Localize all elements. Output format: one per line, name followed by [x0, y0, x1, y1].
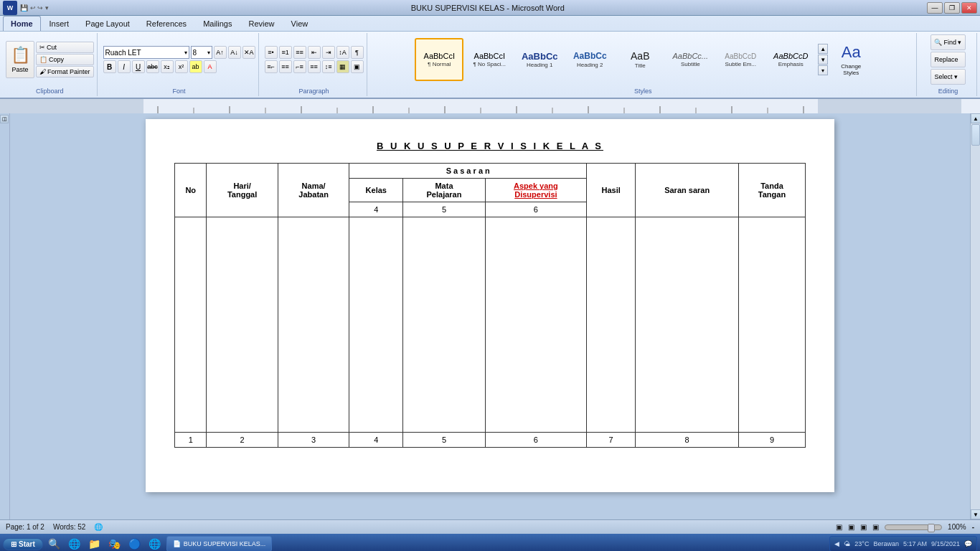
tray-show-hidden[interactable]: ◀: [834, 540, 839, 547]
tab-home[interactable]: Home: [3, 16, 41, 31]
style-heading2[interactable]: AaBbCc Heading 2: [565, 38, 614, 81]
clear-format-button[interactable]: ✕A: [242, 46, 255, 59]
style-subtle-em[interactable]: AaBbCcD Subtle Em...: [716, 38, 765, 81]
style-heading1[interactable]: AaBbCc Heading 1: [515, 38, 564, 81]
bold-button[interactable]: B: [103, 60, 116, 73]
ribbon: Home Insert Page Layout References Maili…: [0, 16, 980, 99]
num-col-3: 3: [278, 433, 349, 448]
highlight-button[interactable]: ab: [189, 60, 202, 73]
taskbar-app1[interactable]: 🔵: [126, 535, 143, 551]
paste-button[interactable]: 📋 Paste: [6, 41, 34, 78]
bullets-button[interactable]: ≡•: [265, 46, 278, 59]
num-col-5: 5: [403, 433, 486, 448]
taskbar: ⊞ Start 🔍 🌐 📁 🎭 🔵 🌐 📄 BUKU SUPERVISI KEL…: [0, 534, 980, 551]
scroll-down-button[interactable]: ▼: [971, 509, 980, 519]
decrease-indent-button[interactable]: ⇤: [308, 46, 321, 59]
format-painter-button[interactable]: 🖌Format Painter: [36, 66, 94, 77]
zoom-out-button[interactable]: -: [972, 523, 974, 531]
taskbar-media[interactable]: 🎭: [106, 535, 123, 551]
tab-review[interactable]: Review: [240, 16, 282, 31]
format-painter-label: Format Painter: [47, 68, 90, 75]
scroll-up-button[interactable]: ▲: [971, 113, 980, 123]
view-web-icon[interactable]: ▣: [848, 523, 854, 531]
restore-button[interactable]: ❐: [944, 2, 960, 14]
taskbar-ie[interactable]: 🌐: [66, 535, 83, 551]
sort-button[interactable]: ↕A: [336, 46, 349, 59]
window-controls[interactable]: — ❐ ✕: [927, 2, 977, 14]
styles-group: AaBbCcI ¶ Normal AaBbCcI ¶ No Spaci... A…: [370, 33, 917, 96]
scroll-track[interactable]: [971, 123, 980, 509]
tray-weather-text: Berawan: [873, 540, 899, 547]
change-styles-icon: Aa: [842, 43, 861, 62]
cut-button[interactable]: ✂Cut: [36, 42, 94, 53]
right-scrollbar[interactable]: ▲ ▼: [970, 113, 980, 519]
font-size-combo[interactable]: 8 ▾: [191, 46, 212, 59]
cut-label: Cut: [47, 44, 57, 51]
scroll-area: ◫ B U K U S U P E R V I S I K E L A S No…: [0, 113, 980, 519]
tab-insert[interactable]: Insert: [42, 16, 77, 31]
taskbar-search[interactable]: 🔍: [46, 535, 63, 551]
style-title[interactable]: AaB Title: [616, 38, 664, 81]
change-styles-button[interactable]: Aa Change Styles: [831, 38, 871, 81]
line-spacing-button[interactable]: ↕≡: [322, 60, 335, 73]
view-outline-icon[interactable]: ▣: [872, 523, 879, 531]
view-reading-icon[interactable]: ▣: [860, 523, 867, 531]
select-button[interactable]: Select ▾: [930, 69, 965, 85]
styles-more[interactable]: ▾: [818, 65, 828, 75]
shading-button[interactable]: ▦: [336, 60, 349, 73]
font-color-button[interactable]: A: [204, 60, 217, 73]
underline-button[interactable]: U: [132, 60, 145, 73]
style-heading1-preview: AaBbCc: [522, 51, 558, 62]
border-button[interactable]: ▣: [351, 60, 364, 73]
subscript-button[interactable]: x₂: [161, 60, 174, 73]
style-normal[interactable]: AaBbCcI ¶ Normal: [415, 38, 463, 81]
style-no-spacing[interactable]: AaBbCcI ¶ No Spaci...: [465, 38, 514, 81]
zoom-thumb[interactable]: [928, 524, 935, 532]
numbering-button[interactable]: ≡1: [279, 46, 292, 59]
font-family-combo[interactable]: Ruach LET ▾: [103, 46, 189, 59]
find-button[interactable]: 🔍 Find ▾: [930, 34, 965, 50]
styles-scroll-down[interactable]: ▼: [818, 55, 828, 65]
close-button[interactable]: ✕: [961, 2, 977, 14]
increase-indent-button[interactable]: ⇥: [322, 46, 335, 59]
style-heading2-label: Heading 2: [577, 62, 603, 68]
align-left-button[interactable]: ≡⌐: [265, 60, 278, 73]
multilevel-button[interactable]: ≡≡: [293, 46, 306, 59]
scroll-thumb[interactable]: [971, 124, 980, 146]
tab-view[interactable]: View: [283, 16, 316, 31]
show-para-button[interactable]: ¶: [351, 46, 364, 59]
styles-scroll-up[interactable]: ▲: [818, 44, 828, 54]
data-col-3: [278, 217, 349, 433]
style-subtitle[interactable]: AaBbCc... Subtitle: [666, 38, 715, 81]
view-normal-icon[interactable]: ▣: [836, 523, 842, 531]
minimize-button[interactable]: —: [927, 2, 943, 14]
taskbar-word-button[interactable]: 📄 BUKU SUPERVISI KELAS...: [166, 536, 272, 551]
th-kelas: Kelas: [349, 179, 403, 202]
copy-button[interactable]: 📋Copy: [36, 54, 94, 65]
ruler: [0, 99, 980, 113]
th-tanda: Tanda Tangan: [738, 164, 805, 217]
strikethrough-button[interactable]: abc: [146, 60, 159, 73]
tab-page-layout[interactable]: Page Layout: [77, 16, 138, 31]
data-col-4: [349, 217, 403, 433]
font-grow-button[interactable]: A↑: [214, 46, 227, 59]
view-ruler-icon[interactable]: ◫: [0, 115, 9, 123]
tray-notification[interactable]: 💬: [964, 540, 972, 547]
italic-button[interactable]: I: [118, 60, 131, 73]
tray-weather-icon: 🌤: [844, 540, 850, 547]
replace-button[interactable]: Replace: [930, 52, 965, 67]
justify-button[interactable]: ≡≡: [308, 60, 321, 73]
start-button[interactable]: ⊞ Start: [3, 538, 43, 550]
style-emphasis[interactable]: AaBbCcD Emphasis: [766, 38, 815, 81]
tab-references[interactable]: References: [138, 16, 194, 31]
taskbar-explorer[interactable]: 📁: [86, 535, 103, 551]
align-center-button[interactable]: ≡≡: [279, 60, 292, 73]
tab-mailings[interactable]: Mailings: [195, 16, 240, 31]
taskbar-chrome[interactable]: 🌐: [146, 535, 164, 551]
zoom-slider[interactable]: [885, 524, 942, 530]
styles-group-label: Styles: [634, 86, 652, 95]
tray-weather-temp: 23°C: [854, 540, 869, 547]
superscript-button[interactable]: x²: [175, 60, 188, 73]
font-shrink-button[interactable]: A↓: [228, 46, 241, 59]
align-right-button[interactable]: ⌐≡: [293, 60, 306, 73]
